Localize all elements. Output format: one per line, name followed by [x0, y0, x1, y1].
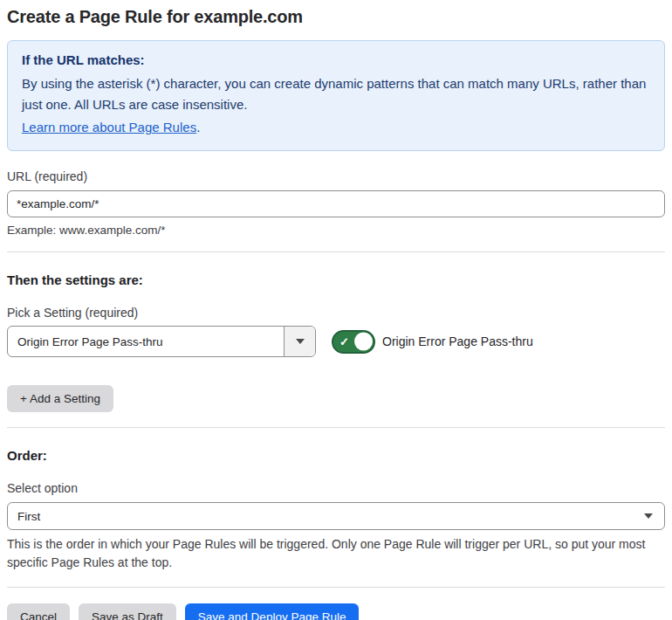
cancel-button[interactable]: Cancel	[7, 603, 70, 620]
order-helper-text: This is the order in which your Page Rul…	[7, 535, 660, 572]
toggle-knob	[354, 333, 373, 351]
order-select-label: Select option	[7, 481, 665, 495]
chevron-down-icon	[644, 513, 653, 519]
page-rule-form: Create a Page Rule for example.com If th…	[0, 0, 672, 620]
setting-toggle-label: Origin Error Page Pass-thru	[382, 334, 533, 348]
save-and-deploy-button[interactable]: Save and Deploy Page Rule	[185, 603, 360, 620]
order-select-value: First	[17, 510, 40, 523]
save-as-draft-button[interactable]: Save as Draft	[79, 603, 176, 620]
info-link-suffix: .	[196, 120, 200, 134]
divider	[7, 251, 665, 252]
setting-toggle[interactable]: ✓	[332, 330, 375, 354]
info-box-body: By using the asterisk (*) character, you…	[22, 73, 650, 115]
url-field-helper: Example: www.example.com/*	[7, 224, 665, 237]
divider	[7, 587, 665, 588]
order-section-heading: Order:	[7, 448, 665, 463]
order-select[interactable]: First	[7, 502, 665, 530]
check-icon: ✓	[339, 336, 349, 348]
footer-actions: Cancel Save as Draft Save and Deploy Pag…	[7, 603, 665, 620]
chevron-down-icon	[296, 339, 305, 344]
url-match-info-box: If the URL matches: By using the asteris…	[7, 40, 665, 151]
setting-dropdown[interactable]: Origin Error Page Pass-thru	[7, 326, 316, 357]
page-title: Create a Page Rule for example.com	[7, 7, 665, 27]
add-setting-button[interactable]: + Add a Setting	[7, 385, 113, 412]
pick-setting-label: Pick a Setting (required)	[7, 306, 665, 320]
divider	[7, 427, 665, 428]
setting-dropdown-value: Origin Error Page Pass-thru	[8, 327, 284, 356]
settings-section-heading: Then the settings are:	[7, 272, 665, 287]
setting-dropdown-arrow-button[interactable]	[284, 327, 315, 356]
info-box-heading: If the URL matches:	[22, 52, 650, 67]
setting-picker-row: Origin Error Page Pass-thru ✓ Origin Err…	[7, 326, 665, 357]
learn-more-link[interactable]: Learn more about Page Rules	[22, 120, 196, 134]
info-link-line: Learn more about Page Rules.	[22, 117, 650, 138]
url-field-label: URL (required)	[7, 169, 665, 183]
url-input[interactable]	[7, 190, 665, 217]
